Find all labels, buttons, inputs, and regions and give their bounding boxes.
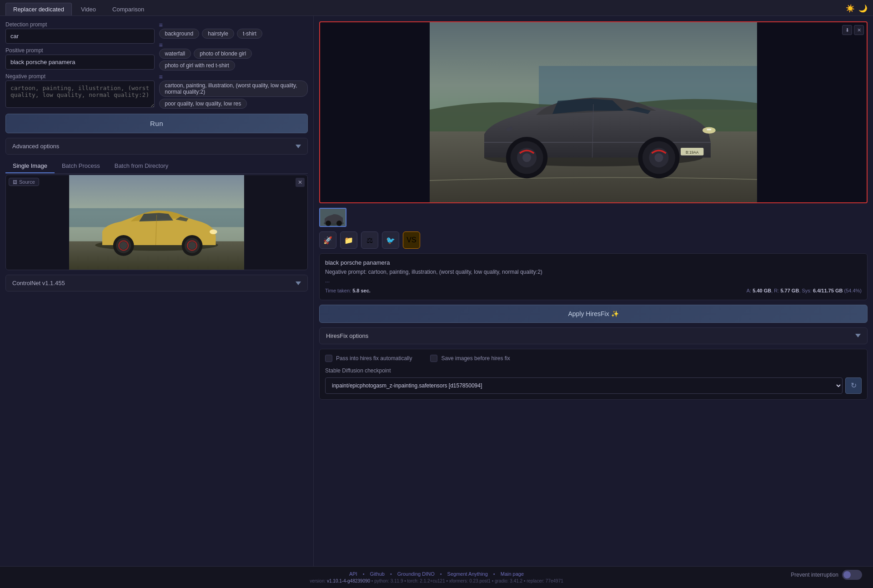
checkpoint-select-row: inpaint/epicphotogasm_z-inpainting.safet… [325, 377, 862, 394]
detection-prompt-input[interactable] [5, 29, 155, 44]
run-button[interactable]: Run [5, 114, 308, 133]
close-result-button[interactable]: ✕ [854, 25, 864, 35]
close-image-button[interactable]: ✕ [296, 178, 305, 187]
prompt-inputs: Detection prompt Positive prompt Negativ… [5, 21, 155, 109]
tab-video[interactable]: Video [74, 3, 103, 15]
footer-link-main-page[interactable]: Main page [501, 571, 524, 577]
share-twitter-button[interactable]: 🐦 [382, 231, 399, 249]
footer-link-github[interactable]: Github [370, 571, 384, 577]
sep1: • [363, 571, 365, 577]
left-panel: Detection prompt Positive prompt Negativ… [0, 16, 314, 566]
footer-links: API • Github • Grounding DINO • Segment … [9, 571, 864, 577]
negative-prompt-input[interactable] [5, 80, 155, 108]
pass-into-hiresfix-checkbox-item[interactable]: Pass into hires fix automatically [325, 355, 412, 362]
sep4: • [493, 571, 495, 577]
hiresfix-chevron-icon [855, 334, 861, 337]
controlnet-header[interactable]: ControlNet v1.1.455 [5, 275, 308, 291]
svg-point-25 [654, 153, 663, 162]
svg-text:B:19AA: B:19AA [686, 150, 699, 155]
negative-tag-row: cartoon, painting, illustration, (worst … [159, 80, 308, 97]
positive-tags-group: ≡ waterfall photo of blonde girl photo o… [159, 41, 308, 70]
detection-tags-menu-icon[interactable]: ≡ [159, 21, 163, 29]
action-icons-row: 🚀 📁 ⚖ 🐦 VS [319, 231, 868, 249]
pass-into-hiresfix-checkbox[interactable] [325, 355, 332, 362]
tab-batch-directory[interactable]: Batch from Directory [107, 159, 176, 173]
save-before-hiresfix-checkbox[interactable] [430, 355, 437, 362]
tag-tshirt[interactable]: t-shirt [237, 29, 262, 39]
main-layout: Detection prompt Positive prompt Negativ… [0, 16, 873, 566]
advanced-options-header[interactable]: Advanced options [5, 138, 308, 155]
result-image-container: B:19AA ⬇ ✕ [319, 21, 868, 203]
download-result-button[interactable]: ⬇ [842, 25, 852, 35]
memory-r: 5.77 GB [780, 288, 799, 293]
source-badge: 🖼 Source [9, 178, 39, 186]
controlnet-label: ControlNet v1.1.455 [12, 280, 65, 286]
positive-prompt-label: Positive prompt [5, 47, 155, 54]
tag-background[interactable]: background [159, 29, 200, 39]
vs-label: VS [406, 236, 416, 244]
result-ellipsis: ... [325, 276, 862, 285]
image-upload-area[interactable]: 🖼 Source ✕ [5, 175, 308, 270]
time-value: 5.8 sec. [352, 288, 371, 293]
detection-tag-row: background hairstyle t-shirt [159, 29, 308, 39]
tag-girl-red-tshirt[interactable]: photo of girl with red t-shirt [159, 60, 235, 70]
compare-button[interactable]: ⚖ [361, 231, 378, 249]
thumbnail-row [319, 208, 868, 227]
tab-batch-process[interactable]: Batch Process [55, 159, 107, 173]
advanced-options-label: Advanced options [12, 143, 59, 150]
prevent-interruption-label: Prevent interruption [791, 572, 838, 578]
sun-icon[interactable]: ☀️ [846, 4, 855, 13]
negative-prompt-label: Negative prompt [5, 73, 155, 80]
svg-point-33 [326, 221, 331, 226]
footer: API • Github • Grounding DINO • Segment … [0, 566, 873, 588]
send-to-img2img-button[interactable]: 🚀 [319, 231, 336, 249]
save-to-folder-button[interactable]: 📁 [340, 231, 357, 249]
hiresfix-options-content: Pass into hires fix automatically Save i… [319, 349, 868, 400]
detection-tags-group: ≡ background hairstyle t-shirt [159, 21, 308, 39]
sub-tab-bar: Single Image Batch Process Batch from Di… [5, 159, 308, 174]
footer-link-api[interactable]: API [349, 571, 357, 577]
hiresfix-options-label: HiresFix options [326, 332, 368, 339]
source-icon: 🖼 [13, 180, 17, 185]
tag-hairstyle[interactable]: hairstyle [202, 29, 234, 39]
svg-point-9 [188, 242, 196, 250]
negative-prompt-label: Negative prompt: [325, 269, 366, 275]
tab-replacer-dedicated[interactable]: Replacer dedicated [5, 3, 72, 15]
tab-single-image[interactable]: Single Image [5, 159, 55, 173]
moon-icon[interactable]: 🌙 [858, 4, 868, 13]
top-tab-bar: Replacer dedicated Video Comparison ☀️ 🌙 [0, 0, 873, 16]
save-before-hiresfix-checkbox-item[interactable]: Save images before hires fix [430, 355, 510, 362]
checkbox-row: Pass into hires fix automatically Save i… [325, 355, 862, 362]
footer-link-grounding-dino[interactable]: Grounding DINO [397, 571, 435, 577]
tag-waterfall[interactable]: waterfall [159, 49, 191, 59]
positive-tags-menu-icon[interactable]: ≡ [159, 41, 163, 49]
hiresfix-options-header[interactable]: HiresFix options [319, 327, 868, 344]
negative-tags-menu-icon[interactable]: ≡ [159, 73, 163, 80]
refresh-checkpoint-button[interactable]: ↻ [845, 377, 862, 394]
result-thumbnail[interactable] [319, 208, 346, 227]
svg-point-6 [120, 242, 127, 250]
tag-neg-cartoon[interactable]: cartoon, painting, illustration, (worst … [159, 80, 308, 97]
svg-point-21 [522, 153, 531, 162]
time-taken-info: Time taken: 5.8 sec. [325, 287, 371, 295]
tag-blonde-girl[interactable]: photo of blonde girl [194, 49, 252, 59]
time-memory-row: Time taken: 5.8 sec. A: 5.40 GB, R: 5.77… [325, 287, 862, 295]
positive-tag-row: waterfall photo of blonde girl [159, 49, 308, 59]
svg-point-34 [336, 221, 342, 226]
tag-neg-poor-quality[interactable]: poor quality, low quality, low res [159, 99, 247, 109]
sd-checkpoint-row: Stable Diffusion checkpoint inpaint/epic… [325, 367, 862, 394]
footer-link-segment-anything[interactable]: Segment Anything [447, 571, 488, 577]
tab-comparison[interactable]: Comparison [105, 3, 151, 15]
vs-button[interactable]: VS [403, 231, 420, 249]
footer-version: version: v1.10.1-4-g48239090 • python: 3… [9, 578, 864, 583]
version-highlight: v1.10.1-4-g48239090 [327, 578, 370, 583]
result-info-block: black porsche panamera Negative prompt: … [319, 253, 868, 300]
positive-tag-row-2: photo of girl with red t-shirt [159, 60, 308, 70]
sep2: • [390, 571, 392, 577]
checkpoint-select[interactable]: inpaint/epicphotogasm_z-inpainting.safet… [325, 377, 843, 394]
positive-prompt-input[interactable] [5, 55, 155, 70]
apply-hiresfix-button[interactable]: Apply HiresFix ✨ [319, 305, 868, 323]
prevent-interruption-toggle[interactable] [842, 570, 862, 580]
result-top-right-buttons: ⬇ ✕ [842, 25, 864, 35]
controlnet-chevron-icon [296, 281, 301, 285]
